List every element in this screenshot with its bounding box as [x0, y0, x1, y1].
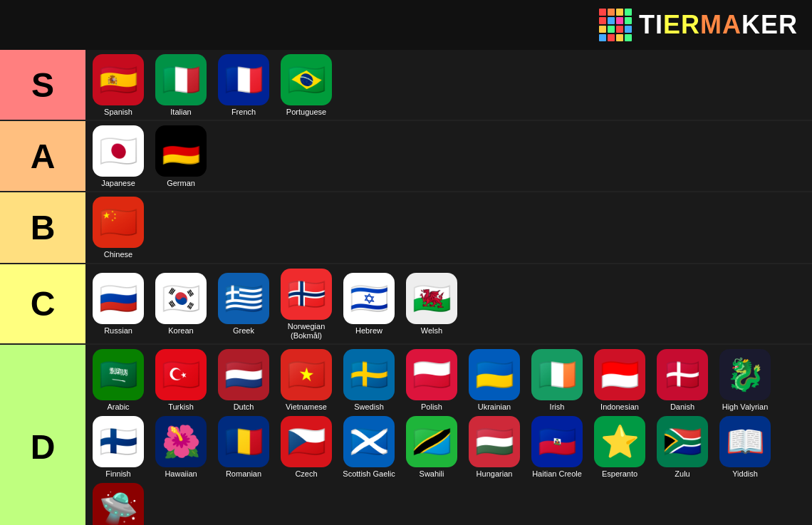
lang-name-german: German [167, 179, 195, 188]
flag-icon-yiddish: 📖 [719, 416, 771, 467]
tier-row-d: D🇸🇦Arabic🇹🇷Turkish🇳🇱Dutch🇻🇳Vietnamese🇸🇪S… [0, 345, 812, 525]
flag-icon-hungarian: 🇭🇺 [469, 416, 520, 467]
lang-item-vietnamese[interactable]: 🇻🇳Vietnamese [275, 346, 338, 413]
lang-item-dutch[interactable]: 🇳🇱Dutch [212, 346, 275, 413]
lang-item-arabic[interactable]: 🇸🇦Arabic [87, 346, 150, 413]
header: TiERMAKER [0, 0, 812, 50]
lang-item-highvalyrian[interactable]: 🐉High Valyrian [714, 346, 776, 413]
lang-name-haitian: Haitian Creole [532, 469, 582, 479]
flag-icon-russian: 🇷🇺 [93, 273, 144, 324]
lang-item-swahili[interactable]: 🇹🇿Swahili [400, 413, 463, 480]
lang-item-russian[interactable]: 🇷🇺Russian [87, 270, 150, 337]
flag-icon-italian: 🇮🇹 [155, 54, 207, 105]
lang-item-spanish[interactable]: 🇪🇸Spanish [87, 51, 150, 118]
flag-icon-japanese: 🇯🇵 [93, 125, 144, 177]
lang-name-russian: Russian [104, 326, 132, 336]
lang-item-turkish[interactable]: 🇹🇷Turkish [150, 346, 212, 413]
lang-name-scottish: Scottish Gaelic [343, 469, 395, 479]
flag-icon-czech: 🇨🇿 [281, 416, 332, 467]
logo: TiERMAKER [599, 9, 798, 41]
tier-items-a: 🇯🇵Japanese🇩🇪German [85, 121, 812, 191]
flag-icon-dutch: 🇳🇱 [218, 349, 269, 400]
flag-icon-indonesian: 🇮🇩 [594, 349, 645, 400]
lang-item-portuguese[interactable]: 🇧🇷Portuguese [275, 51, 338, 118]
tier-row-a: A🇯🇵Japanese🇩🇪German [0, 121, 812, 192]
lang-item-zulu[interactable]: 🇿🇦Zulu [651, 413, 714, 480]
lang-name-finnish: Finnish [105, 469, 130, 479]
lang-name-danish: Danish [670, 402, 694, 412]
lang-item-finnish[interactable]: 🇫🇮Finnish [87, 413, 150, 480]
flag-icon-zulu: 🇿🇦 [657, 416, 708, 467]
flag-icon-finnish: 🇫🇮 [93, 416, 144, 467]
tier-items-d: 🇸🇦Arabic🇹🇷Turkish🇳🇱Dutch🇻🇳Vietnamese🇸🇪Sw… [85, 345, 812, 525]
lang-item-japanese[interactable]: 🇯🇵Japanese [87, 123, 150, 189]
lang-item-hawaiian[interactable]: 🌺Hawaiian [150, 413, 212, 480]
flag-icon-esperanto: ⭐ [594, 416, 645, 467]
lang-name-dutch: Dutch [234, 402, 254, 412]
flag-icon-welsh: 🏴󠁧󠁢󠁷󠁬󠁳󠁿 [406, 273, 457, 324]
tier-row-b: B🇨🇳Chinese [0, 192, 812, 264]
lang-item-greek[interactable]: 🇬🇷Greek [212, 270, 275, 337]
tier-label-c: C [0, 264, 85, 343]
lang-item-swedish[interactable]: 🇸🇪Swedish [338, 346, 400, 413]
flag-icon-highvalyrian: 🐉 [719, 349, 771, 400]
flag-icon-irish: 🇮🇪 [531, 349, 583, 400]
logo-text: TiERMAKER [639, 10, 798, 40]
tier-label-b: B [0, 192, 85, 262]
flag-icon-german: 🇩🇪 [155, 125, 207, 177]
lang-item-ukrainian[interactable]: 🇺🇦Ukrainian [463, 346, 526, 413]
tier-label-a: A [0, 121, 85, 191]
lang-name-italian: Italian [170, 108, 191, 117]
lang-item-norwegian[interactable]: 🇳🇴Norwegian (Bokmål) [275, 266, 338, 342]
flag-icon-polish: 🇵🇱 [406, 349, 457, 400]
lang-name-irish: Irish [550, 402, 565, 412]
lang-name-norwegian: Norwegian (Bokmål) [278, 322, 335, 341]
flag-icon-ukrainian: 🇺🇦 [469, 349, 520, 400]
app-container: TiERMAKER S🇪🇸Spanish🇮🇹Italian🇫🇷French🇧🇷P… [0, 0, 812, 525]
lang-name-vietnamese: Vietnamese [286, 402, 327, 412]
lang-name-czech: Czech [295, 469, 317, 479]
lang-item-chinese[interactable]: 🇨🇳Chinese [87, 194, 150, 261]
flag-icon-french: 🇫🇷 [218, 54, 269, 105]
flag-icon-hawaiian: 🌺 [155, 416, 207, 467]
lang-item-italian[interactable]: 🇮🇹Italian [150, 51, 212, 118]
lang-item-klingon[interactable]: 🛸Klingon [87, 480, 150, 525]
lang-name-indonesian: Indonesian [600, 402, 639, 412]
lang-name-hungarian: Hungarian [477, 469, 513, 479]
lang-item-hungarian[interactable]: 🇭🇺Hungarian [463, 413, 526, 480]
lang-name-swahili: Swahili [420, 469, 444, 479]
lang-item-german[interactable]: 🇩🇪German [150, 123, 212, 189]
lang-item-korean[interactable]: 🇰🇷Korean [150, 270, 212, 337]
flag-icon-romanian: 🇷🇴 [218, 416, 269, 467]
lang-name-polish: Polish [421, 402, 442, 412]
tier-row-s: S🇪🇸Spanish🇮🇹Italian🇫🇷French🇧🇷Portuguese [0, 50, 812, 121]
flag-icon-scottish: 🏴󠁧󠁢󠁳󠁣󠁴󠁿 [343, 416, 395, 467]
logo-grid [599, 9, 632, 41]
lang-item-esperanto[interactable]: ⭐Esperanto [588, 413, 651, 480]
flag-icon-arabic: 🇸🇦 [93, 349, 144, 400]
lang-item-hebrew[interactable]: 🇮🇱Hebrew [338, 270, 400, 337]
lang-item-french[interactable]: 🇫🇷French [212, 51, 275, 118]
flag-icon-portuguese: 🇧🇷 [281, 54, 332, 105]
flag-icon-swahili: 🇹🇿 [406, 416, 457, 467]
lang-item-indonesian[interactable]: 🇮🇩Indonesian [588, 346, 651, 413]
lang-item-haitian[interactable]: 🇭🇹Haitian Creole [526, 413, 588, 480]
lang-name-zulu: Zulu [675, 469, 689, 479]
lang-item-romanian[interactable]: 🇷🇴Romanian [212, 413, 275, 480]
flag-icon-norwegian: 🇳🇴 [281, 269, 332, 320]
lang-name-ukrainian: Ukrainian [478, 402, 511, 412]
lang-name-swedish: Swedish [354, 402, 384, 412]
lang-item-irish[interactable]: 🇮🇪Irish [526, 346, 588, 413]
lang-item-yiddish[interactable]: 📖Yiddish [714, 413, 776, 480]
tier-items-c: 🇷🇺Russian🇰🇷Korean🇬🇷Greek🇳🇴Norwegian (Bok… [85, 264, 812, 343]
lang-item-polish[interactable]: 🇵🇱Polish [400, 346, 463, 413]
tier-container: S🇪🇸Spanish🇮🇹Italian🇫🇷French🇧🇷PortugueseA… [0, 50, 812, 525]
lang-item-scottish[interactable]: 🏴󠁧󠁢󠁳󠁣󠁴󠁿Scottish Gaelic [338, 413, 400, 480]
flag-icon-turkish: 🇹🇷 [155, 349, 207, 400]
tier-row-c: C🇷🇺Russian🇰🇷Korean🇬🇷Greek🇳🇴Norwegian (Bo… [0, 264, 812, 345]
flag-icon-spanish: 🇪🇸 [93, 54, 144, 105]
lang-item-welsh[interactable]: 🏴󠁧󠁢󠁷󠁬󠁳󠁿Welsh [400, 270, 463, 337]
lang-item-danish[interactable]: 🇩🇰Danish [651, 346, 714, 413]
flag-icon-klingon: 🛸 [93, 483, 144, 525]
lang-item-czech[interactable]: 🇨🇿Czech [275, 413, 338, 480]
